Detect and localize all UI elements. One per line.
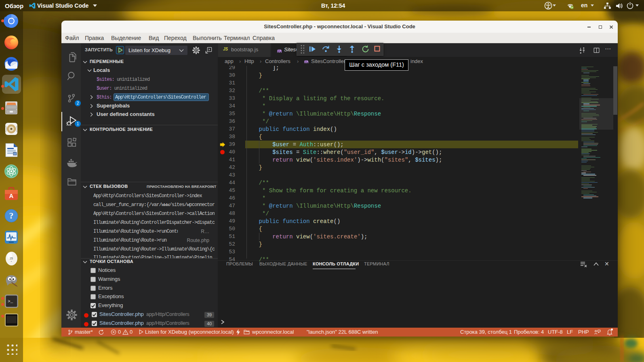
svg-text:25: 25 [10, 257, 13, 260]
svg-text:>_: >_ [8, 299, 13, 304]
svg-text:▲: ▲ [11, 260, 12, 262]
svg-text:A: A [9, 192, 14, 199]
svg-text:?: ? [9, 211, 14, 221]
